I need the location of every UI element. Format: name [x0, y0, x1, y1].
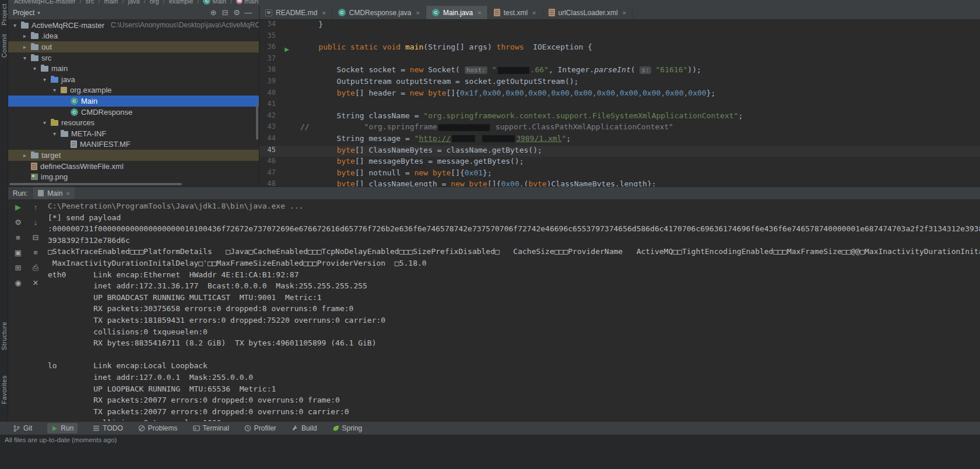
settings-icon[interactable]: ⚙ [231, 8, 243, 17]
tab-label: test.xml [504, 9, 528, 17]
chevron-right-icon[interactable]: ▸ [22, 44, 28, 50]
editor-tab-urlclassloader.xml[interactable]: urlClassLoader.xml× [543, 6, 633, 19]
tree-row[interactable]: defineClassWriteFile.xml [8, 161, 259, 172]
package-icon [61, 87, 67, 93]
console-line [48, 350, 980, 362]
run-tab-main[interactable]: Main × [33, 187, 74, 200]
up-icon[interactable]: ↑ [34, 203, 38, 211]
close-icon[interactable]: × [532, 9, 536, 16]
toolwindow-button-build[interactable]: Build [291, 424, 317, 432]
tree-row[interactable]: ▾resources [8, 117, 259, 128]
console-line: TX packets:20077 errors:0 dropped:0 over… [48, 407, 980, 419]
settings-icon[interactable]: ⚙ [15, 218, 22, 227]
run-gutter-icon[interactable]: ▶ [280, 43, 293, 54]
breadcrumb-item-org[interactable]: org [150, 0, 159, 5]
chevron-down-icon[interactable]: ▾ [41, 119, 48, 126]
pin-icon[interactable]: ◉ [15, 278, 21, 287]
stripe-button-project[interactable]: Project [1, 3, 8, 26]
chevron-down-icon[interactable]: ▾ [12, 22, 18, 29]
tree-row[interactable]: ▾java [8, 74, 259, 85]
console-line: :000000731f000000000000000000010100436f7… [48, 224, 980, 236]
breadcrumb-item-activemqrce-master[interactable]: ActiveMqRCE-master [14, 0, 76, 5]
tree-vertical-scrollbar[interactable] [256, 104, 258, 140]
folder-icon [31, 33, 38, 39]
tree-row[interactable]: CMain [8, 96, 259, 107]
rerun-icon[interactable]: ▶ [15, 203, 21, 211]
stripe-button-commit[interactable]: Commit [1, 34, 8, 58]
tree-row[interactable]: CCMDResponse [8, 107, 259, 118]
stop-icon[interactable]: ■ [16, 233, 20, 242]
close-icon[interactable]: × [66, 190, 69, 197]
breadcrumb-item-main[interactable]: main [104, 0, 118, 5]
status-bar: All files are up-to-date (moments ago) [0, 435, 980, 469]
toolwindow-button-terminal[interactable]: Terminal [193, 424, 229, 432]
toolwindow-button-spring[interactable]: Spring [332, 424, 363, 432]
chevron-right-icon[interactable]: ▸ [22, 152, 28, 158]
softwrap-icon[interactable]: ≡ [33, 248, 38, 257]
toolwindow-button-problems[interactable]: Problems [138, 424, 178, 432]
console-line: collisions:0 txqueuelen:0 [48, 327, 980, 339]
chevron-down-icon[interactable]: ▾ [51, 87, 58, 93]
close-icon[interactable]: × [416, 9, 420, 16]
chevron-down-icon[interactable]: ▾ [37, 10, 40, 16]
editor[interactable]: 34 }3536▶ public static void main(String… [259, 20, 980, 186]
project-panel-title[interactable]: Project [13, 9, 34, 17]
close-icon[interactable]: × [322, 9, 325, 16]
toolwindow-button-profiler[interactable]: Profiler [244, 424, 276, 432]
tree-item-label: resources [61, 118, 94, 127]
breadcrumb-separator: / [144, 0, 146, 5]
tree-row[interactable]: img.png [8, 171, 259, 182]
editor-tab-cmdresponse.java[interactable]: CCMDResponse.java× [332, 6, 426, 19]
close-icon[interactable]: × [623, 9, 626, 16]
chevron-right-icon[interactable]: ▸ [22, 33, 28, 39]
tree-row[interactable]: ▾main [8, 63, 259, 74]
stripe-button-favorites[interactable]: Favorites [1, 375, 8, 404]
chevron-down-icon[interactable]: ▾ [22, 55, 28, 61]
restore-icon[interactable]: ⊟ [33, 233, 39, 242]
locate-icon[interactable]: ⊕ [208, 8, 219, 17]
run-panel-header: Run: Main × [8, 186, 980, 199]
breadcrumb-item-example[interactable]: example [169, 0, 194, 5]
grid-icon[interactable]: ⊞ [15, 263, 22, 272]
editor-tab-readme.md[interactable]: MREADME.md× [259, 6, 332, 19]
toolwindow-button-todo[interactable]: TODO [93, 424, 122, 432]
print-icon[interactable]: ⎙ [33, 263, 38, 272]
project-tool-window: Project ▾ ⊕⊟⚙— ▾ActiveMqRCE-masterC:\Use… [8, 6, 259, 186]
tree-row[interactable]: ▾META-INF [8, 128, 259, 139]
class-icon: C [432, 9, 440, 16]
gutter-spacer [280, 179, 293, 186]
close-icon[interactable]: × [477, 9, 481, 16]
editor-tab-test.xml[interactable]: test.xml× [488, 6, 543, 19]
hide-icon[interactable]: — [243, 8, 254, 17]
breadcrumb-item-src[interactable]: src [86, 0, 94, 5]
chevron-down-icon[interactable]: ▾ [41, 76, 48, 83]
breadcrumb-item-main[interactable]: CMain [203, 0, 226, 5]
tree-row[interactable]: ▾org.example [8, 85, 259, 96]
run-toolbar: ▶⚙■▣⊞◉ ↑↓⊟≡⎙✕ [8, 199, 44, 421]
run-console[interactable]: C:\Penetration\ProgramTools\Java\jdk1.8\… [44, 199, 980, 421]
tree-horizontal-scrollbar[interactable] [9, 183, 182, 185]
chevron-down-icon[interactable]: ▾ [31, 65, 38, 72]
tree-row[interactable]: ▸.idea [8, 31, 259, 42]
list-icon [93, 425, 100, 432]
dump-icon[interactable]: ▣ [15, 248, 22, 257]
tree-row[interactable]: ▸target [8, 150, 259, 161]
tree-item-label: Main [81, 97, 97, 105]
tree-row[interactable]: MANIFEST.MF [8, 139, 259, 150]
breadcrumb-item-java[interactable]: java [128, 0, 139, 5]
tree-row[interactable]: ▾ActiveMqRCE-masterC:\Users\Anonymous\De… [8, 20, 259, 31]
breadcrumb-item-main[interactable]: mmain [236, 0, 258, 5]
toolwindow-button-git[interactable]: Git [13, 424, 32, 432]
gutter-spacer [280, 146, 293, 157]
breadcrumb-separator: / [163, 0, 165, 5]
tree-row[interactable]: ▸out [8, 41, 259, 52]
editor-tab-main.java[interactable]: CMain.java× [426, 6, 488, 19]
collapse-all-icon[interactable]: ⊟ [219, 8, 231, 17]
stripe-button-structure[interactable]: Structure [1, 322, 8, 350]
folder-icon [21, 23, 29, 29]
chevron-down-icon[interactable]: ▾ [51, 131, 58, 137]
tree-row[interactable]: ▾src [8, 52, 259, 64]
down-icon[interactable]: ↓ [34, 218, 38, 227]
clear-icon[interactable]: ✕ [33, 278, 39, 287]
toolwindow-button-run[interactable]: Run [47, 423, 78, 433]
